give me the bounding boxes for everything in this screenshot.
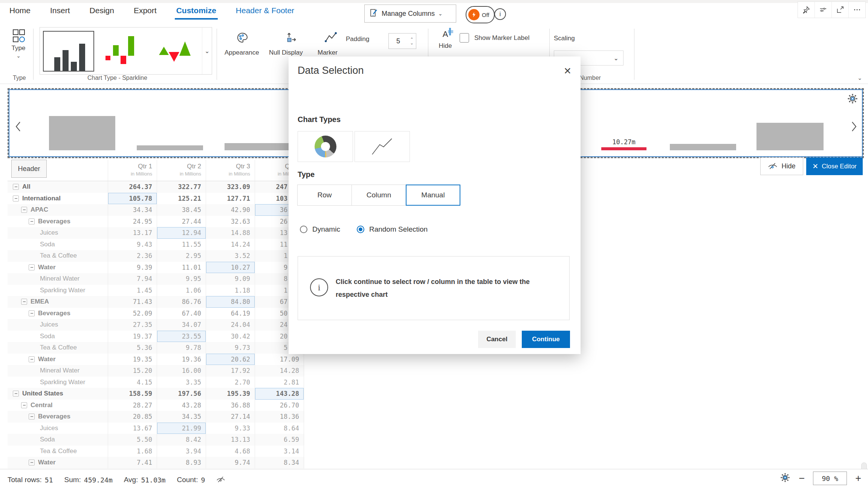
value-cell[interactable]: 38.45: [157, 204, 206, 216]
value-cell[interactable]: 20.85: [108, 411, 157, 423]
row-label-cell[interactable]: Juices: [8, 423, 108, 434]
gear-icon[interactable]: [847, 93, 858, 106]
value-cell[interactable]: 8.93: [157, 457, 206, 469]
value-cell[interactable]: 5.36: [108, 342, 157, 354]
more-options-icon[interactable]: [848, 2, 865, 18]
value-cell[interactable]: 19.35: [108, 354, 157, 365]
value-cell[interactable]: 9.73: [206, 342, 255, 354]
table-row[interactable]: Juices13.6721.999.338.64: [8, 423, 304, 434]
tab-home[interactable]: Home: [9, 6, 31, 18]
row-label-cell[interactable]: Beverages: [8, 216, 108, 227]
null-display-label[interactable]: Null Display: [269, 49, 303, 56]
checkbox-icon[interactable]: [460, 33, 469, 43]
value-cell[interactable]: 67.40: [157, 308, 206, 319]
value-cell[interactable]: 1.45: [108, 285, 157, 296]
radio-button-icon[interactable]: [300, 226, 307, 233]
value-cell[interactable]: 9.39: [108, 262, 157, 273]
table-row[interactable]: Juices13.1712.9414.8813.38: [8, 227, 304, 239]
table-row[interactable]: Juices27.3534.0724.0424.48: [8, 319, 304, 331]
hide-column-button[interactable]: A Hide: [434, 29, 457, 50]
value-cell[interactable]: 13.17: [108, 227, 157, 239]
collapse-icon[interactable]: [21, 299, 27, 305]
value-cell[interactable]: 322.77: [157, 181, 206, 193]
marker-icon[interactable]: [324, 32, 338, 45]
value-cell[interactable]: 20.62: [206, 354, 255, 365]
filter-icon[interactable]: [815, 2, 831, 18]
show-marker-label-checkbox[interactable]: Show Marker Label: [460, 33, 529, 43]
appearance-label[interactable]: Appearance: [225, 49, 259, 56]
value-cell[interactable]: 34.07: [157, 319, 206, 331]
value-cell[interactable]: 30.42: [206, 331, 255, 342]
value-cell[interactable]: 1.18: [206, 285, 255, 296]
value-cell[interactable]: 2.70: [206, 377, 255, 388]
tab-header-footer[interactable]: Header & Footer: [236, 6, 294, 18]
tab-design[interactable]: Design: [90, 6, 114, 18]
value-cell[interactable]: 14.24: [206, 239, 255, 250]
row-label-cell[interactable]: Juices: [8, 227, 108, 239]
table-row[interactable]: Tea & Coffee2.362.953.521.86: [8, 250, 304, 262]
value-cell[interactable]: 8.42: [157, 434, 206, 446]
tab-export[interactable]: Export: [134, 6, 157, 18]
table-row[interactable]: Beverages24.9527.4432.6326.30: [8, 216, 304, 227]
row-label-cell[interactable]: Water: [8, 354, 108, 365]
value-cell[interactable]: 127.71: [206, 193, 255, 205]
value-cell[interactable]: 11.01: [157, 262, 206, 273]
table-row[interactable]: Tea & Coffee5.369.789.735.64: [8, 342, 304, 354]
column-header-qtr2[interactable]: Qtr 2in Millions: [157, 160, 206, 181]
table-row[interactable]: APAC34.3438.4542.9036.25: [8, 204, 304, 216]
value-cell[interactable]: 19.36: [157, 354, 206, 365]
value-cell[interactable]: 32.63: [206, 216, 255, 227]
table-row[interactable]: Beverages20.8534.3527.1418.36: [8, 411, 304, 423]
scroll-left-chevron-icon[interactable]: [15, 121, 21, 132]
value-cell[interactable]: 4.15: [108, 377, 157, 388]
value-cell[interactable]: 3.35: [157, 377, 206, 388]
row-label-cell[interactable]: Beverages: [8, 411, 108, 423]
table-row[interactable]: Beverages52.0967.4064.1950.45: [8, 308, 304, 319]
conditional-formatting-toggle[interactable]: Off: [466, 6, 495, 23]
collapse-icon[interactable]: [29, 218, 35, 224]
value-cell[interactable]: 9.43: [108, 239, 157, 250]
value-cell[interactable]: 8.64: [255, 423, 304, 434]
tab-insert[interactable]: Insert: [50, 6, 70, 18]
row-label-cell[interactable]: Soda: [8, 331, 108, 342]
value-cell[interactable]: 27.44: [157, 216, 206, 227]
pin-icon[interactable]: [798, 2, 815, 18]
value-cell[interactable]: 9.33: [206, 423, 255, 434]
table-row[interactable]: EMEA71.4386.7684.8067.54: [8, 296, 304, 308]
scroll-right-chevron-icon[interactable]: [851, 121, 857, 132]
value-cell[interactable]: 86.76: [157, 296, 206, 308]
collapse-icon[interactable]: [13, 195, 19, 201]
value-cell[interactable]: 42.90: [206, 204, 255, 216]
value-cell[interactable]: 13.67: [108, 423, 157, 434]
value-cell[interactable]: 24.95: [108, 216, 157, 227]
marker-label[interactable]: Marker: [318, 49, 338, 56]
value-cell[interactable]: 27.14: [206, 411, 255, 423]
value-cell[interactable]: 84.80: [206, 296, 255, 308]
zoom-level-field[interactable]: 90 %: [813, 472, 847, 485]
row-label-cell[interactable]: Tea & Coffee: [8, 342, 108, 354]
continue-button[interactable]: Continue: [522, 331, 570, 348]
value-cell[interactable]: 143.28: [255, 388, 304, 400]
table-row[interactable]: Water19.3519.3620.6217.09: [8, 354, 304, 365]
value-cell[interactable]: 13.13: [206, 434, 255, 446]
value-cell[interactable]: 36.88: [206, 400, 255, 411]
value-cell[interactable]: 28.27: [108, 400, 157, 411]
value-cell[interactable]: 27.35: [108, 319, 157, 331]
collapse-icon[interactable]: [21, 207, 27, 213]
value-cell[interactable]: 9.74: [206, 457, 255, 469]
table-row[interactable]: Water7.418.939.748.34: [8, 457, 304, 469]
value-cell[interactable]: 4.68: [206, 446, 255, 457]
header-drag-chip[interactable]: Header: [11, 160, 47, 178]
zoom-in-button[interactable]: +: [855, 473, 861, 484]
appearance-icon[interactable]: [236, 32, 249, 45]
table-row[interactable]: Tea & Coffee1.683.944.683.14: [8, 446, 304, 457]
row-label-cell[interactable]: Water: [8, 457, 108, 469]
value-cell[interactable]: 34.35: [157, 411, 206, 423]
value-cell[interactable]: 14.88: [206, 227, 255, 239]
close-editor-button[interactable]: ✕ Close Editor: [806, 157, 863, 175]
collapse-icon[interactable]: [29, 414, 35, 420]
value-cell[interactable]: 9.78: [157, 342, 206, 354]
line-chart-tile[interactable]: [355, 131, 410, 162]
radio-dynamic[interactable]: Dynamic: [300, 225, 340, 234]
padding-value[interactable]: 5: [389, 37, 408, 45]
